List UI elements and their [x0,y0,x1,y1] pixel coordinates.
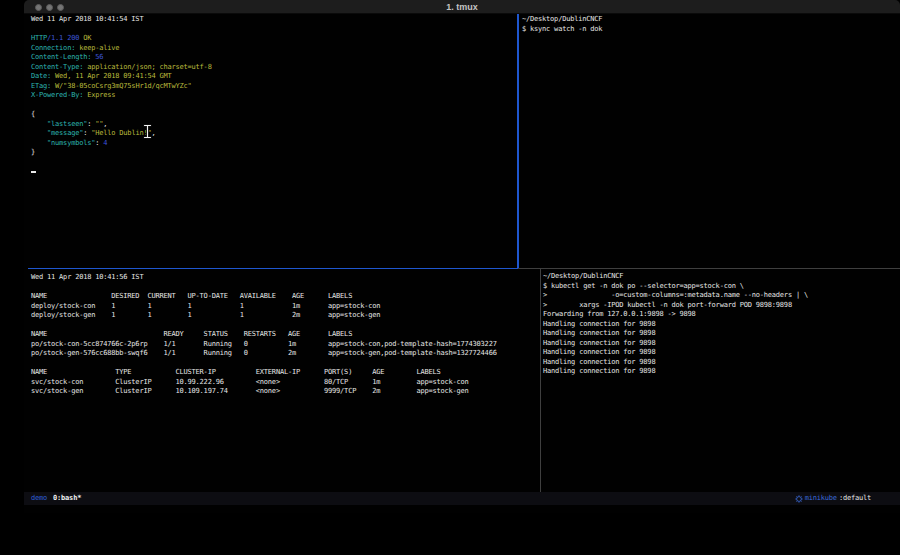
terminal-line [31,25,517,35]
kubernetes-helm-icon [795,495,803,503]
terminal-line [31,359,539,369]
terminal-line: "message": "Hello Dublin!", [31,129,517,139]
mouse-cursor-ibeam [143,124,152,139]
terminal-line: Handling connection for 9898 [543,339,900,349]
terminal-line [31,167,517,177]
terminal-line: deploy/stock-gen 1 1 1 1 2m app=stock-ge… [31,311,539,321]
terminal-line: Date: Wed, 11 Apr 2018 09:41:54 GMT [31,72,517,82]
terminal-line: { [31,110,517,120]
terminal-line: Wed 11 Apr 2018 10:41:54 IST [31,15,517,25]
desktop: 1. tmux Wed 11 Apr 2018 10:41:54 IST HTT… [0,0,900,555]
terminal-line: po/stock-con-5cc874766c-2p6rp 1/1 Runnin… [31,340,539,350]
terminal-line: ~/Desktop/DublinCNCF [543,272,900,282]
pane-kubectl-get[interactable]: Wed 11 Apr 2018 10:41:56 IST NAME DESIRE… [28,269,539,492]
terminal-line: svc/stock-con ClusterIP 10.99.222.96 <no… [31,378,539,388]
terminal-line: > -o=custom-columns=:metadata.name --no-… [543,291,900,301]
terminal-line: svc/stock-gen ClusterIP 10.109.197.74 <n… [31,387,539,397]
terminal-line [31,101,517,111]
terminal-line: "lastseen": "", [31,120,517,130]
terminal-line: ~/Desktop/DublinCNCF [522,15,900,25]
terminal-window[interactable]: 1. tmux Wed 11 Apr 2018 10:41:54 IST HTT… [24,0,900,513]
terminal-line: Handling connection for 9898 [543,367,900,377]
terminal-line: HTTP/1.1 200 OK [31,34,517,44]
terminal-line: po/stock-gen-576cc688bb-swqf6 1/1 Runnin… [31,349,539,359]
terminal-line: Wed 11 Apr 2018 10:41:56 IST [31,273,539,283]
terminal-line: $ ksync watch -n dok [522,25,900,35]
window-titlebar[interactable]: 1. tmux [24,0,900,14]
window-title: 1. tmux [24,0,900,14]
terminal-line: Forwarding from 127.0.0.1:9898 -> 9898 [543,310,900,320]
terminal-block-cursor [31,171,36,174]
kube-context: minikube [805,494,837,504]
terminal-line: Handling connection for 9898 [543,329,900,339]
terminal-line [31,283,539,293]
terminal-line: $ kubectl get -n dok po --selector=app=s… [543,282,900,292]
pane-border-vertical-active[interactable] [517,14,519,268]
terminal-line: X-Powered-By: Express [31,91,517,101]
terminal-line: Handling connection for 9898 [543,358,900,368]
tmux-session-name: demo [31,494,47,504]
terminal-line: Handling connection for 9898 [543,320,900,330]
pane-port-forward[interactable]: ~/Desktop/DublinCNCF$ kubectl get -n dok… [541,269,900,492]
terminal-line: Connection: keep-alive [31,44,517,54]
terminal-line: NAME READY STATUS RESTARTS AGE LABELS [31,330,539,340]
terminal-line: deploy/stock-con 1 1 1 1 1m app=stock-co… [31,302,539,312]
terminal-line: } [31,148,517,158]
terminal-line: ETag: W/"38-05coCsrg3mQ75sHr1d/qcMTwYZc" [31,82,517,92]
tmux-panes-area: Wed 11 Apr 2018 10:41:54 IST HTTP/1.1 20… [24,14,900,492]
terminal-line: NAME TYPE CLUSTER-IP EXTERNAL-IP PORT(S)… [31,368,539,378]
terminal-line: "numsymbols": 4 [31,139,517,149]
tmux-status-bar: demo 0:bash* minikube:default [24,492,900,505]
terminal-line: Content-Type: application/json; charset=… [31,63,517,73]
terminal-line: NAME DESIRED CURRENT UP-TO-DATE AVAILABL… [31,292,539,302]
terminal-line: Content-Length: 56 [31,53,517,63]
pane-ksync[interactable]: ~/Desktop/DublinCNCF$ ksync watch -n dok [520,14,900,267]
terminal-line [31,321,539,331]
terminal-line [31,158,517,168]
terminal-line: Handling connection for 9898 [543,348,900,358]
pane-http-response[interactable]: Wed 11 Apr 2018 10:41:54 IST HTTP/1.1 20… [28,14,517,267]
kube-namespace: :default [839,494,871,504]
terminal-line: > xargs -IPOD kubectl -n dok port-forwar… [543,301,900,311]
tmux-window-tab[interactable]: 0:bash* [53,494,81,504]
